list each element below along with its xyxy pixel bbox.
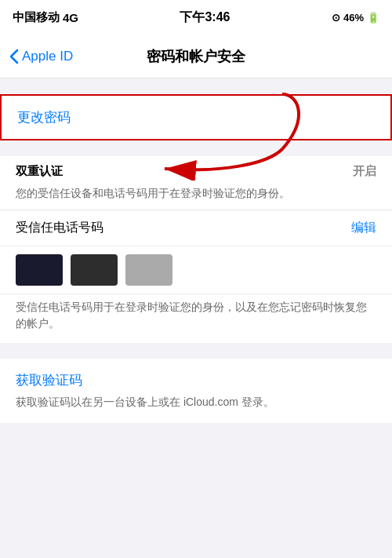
back-label: Apple ID xyxy=(22,49,73,64)
two-factor-section: 双重认证 开启 您的受信任设备和电话号码用于在登录时验证您的身份。 受信任电话号… xyxy=(0,156,392,343)
status-bar: 中国移动 4G 下午3:46 ⊙ 46% 🔋 xyxy=(0,0,392,35)
page-title: 密码和帐户安全 xyxy=(147,47,245,66)
get-code-item[interactable]: 获取验证码 获取验证码以在另一台设备上或在 iCloud.com 登录。 xyxy=(0,359,392,423)
back-button[interactable]: Apple ID xyxy=(9,49,73,64)
change-password-card: 更改密码 xyxy=(0,94,392,140)
network-label: 4G xyxy=(63,11,78,24)
status-time: 下午3:46 xyxy=(180,9,230,26)
content-area: 更改密码 双重认证 开启 您的受信任设备和电话号码用于在登录时验证您的身份。 受… xyxy=(0,78,392,439)
carrier-label: 中国移动 xyxy=(13,10,60,25)
two-factor-header: 双重认证 开启 xyxy=(0,156,392,184)
get-code-card: 获取验证码 获取验证码以在另一台设备上或在 iCloud.com 登录。 xyxy=(0,359,392,423)
back-chevron-icon xyxy=(9,49,19,64)
trusted-phone-edit[interactable]: 编辑 xyxy=(351,220,376,236)
get-code-label[interactable]: 获取验证码 xyxy=(16,371,376,389)
phone-thumb-2 xyxy=(71,254,118,286)
phone-thumbnails xyxy=(0,246,392,294)
trusted-phone-label: 受信任电话号码 xyxy=(16,220,103,236)
trusted-phone-row[interactable]: 受信任电话号码 编辑 xyxy=(0,210,392,246)
phone-thumb-1 xyxy=(16,254,63,286)
battery-label: 46% xyxy=(343,12,364,24)
trusted-phone-desc: 受信任电话号码用于在登录时验证您的身份，以及在您忘记密码时恢复您的帐户。 xyxy=(0,294,392,343)
nav-bar: Apple ID 密码和帐户安全 xyxy=(0,35,392,78)
battery-icon: 🔋 xyxy=(367,12,379,24)
change-password-item[interactable]: 更改密码 xyxy=(2,96,390,139)
status-right: ⊙ 46% 🔋 xyxy=(332,12,379,24)
two-factor-description: 您的受信任设备和电话号码用于在登录时验证您的身份。 xyxy=(0,184,392,210)
location-icon: ⊙ xyxy=(332,12,340,24)
get-code-desc: 获取验证码以在另一台设备上或在 iCloud.com 登录。 xyxy=(16,394,376,410)
change-password-label: 更改密码 xyxy=(17,108,71,126)
phone-thumb-3 xyxy=(125,254,172,286)
status-left: 中国移动 4G xyxy=(13,10,78,25)
two-factor-status: 开启 xyxy=(353,164,376,179)
two-factor-heading: 双重认证 xyxy=(16,164,63,179)
